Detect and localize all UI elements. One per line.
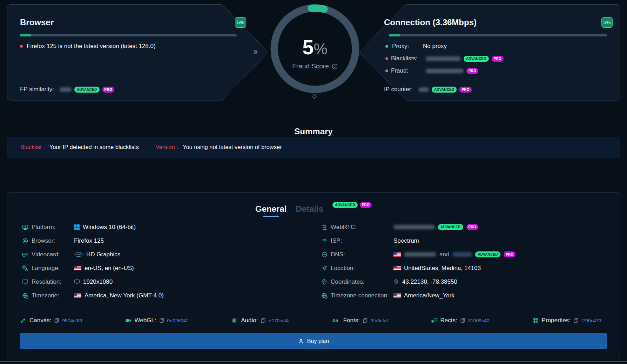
svg-text:?: ? bbox=[334, 64, 336, 68]
tab-details[interactable]: Details bbox=[296, 204, 323, 214]
copy-icon[interactable] bbox=[54, 318, 59, 323]
connection-progress-bar bbox=[389, 34, 607, 36]
pro-badge: PRO bbox=[360, 202, 372, 208]
pro-badge: PRO bbox=[504, 251, 515, 257]
pro-badge: PRO bbox=[492, 56, 504, 62]
advanced-badge: ADVANCED bbox=[475, 251, 500, 257]
webrtc-icon bbox=[321, 224, 328, 230]
copy-icon[interactable] bbox=[160, 318, 164, 323]
language-label: Language: bbox=[32, 265, 74, 272]
fraud-row: Fraud: PRO bbox=[385, 67, 481, 75]
timezone-icon bbox=[22, 292, 28, 299]
gauge-label-row: Fraud Score ? bbox=[270, 62, 360, 70]
svg-text:Aa: Aa bbox=[332, 318, 338, 323]
page-bottom-divider bbox=[0, 361, 627, 362]
proxy-row: Proxy: No proxy bbox=[385, 42, 447, 50]
location-label: Location: bbox=[331, 265, 393, 272]
map-pin-icon bbox=[393, 279, 399, 285]
webgl-hash-item: WebGL: 0e026242 bbox=[125, 317, 189, 324]
redacted-dns-more-link bbox=[452, 252, 472, 257]
gauge-score-percent: % bbox=[314, 40, 328, 58]
coordinates-value: 43.22130, -78.38550 bbox=[402, 278, 457, 285]
gauge-score-number: 5 bbox=[302, 36, 314, 59]
browser-score-badge: 5% bbox=[235, 17, 246, 28]
location-row: Location: UnitedStates, Medina, 14103 bbox=[321, 261, 515, 275]
fonts-hash-value[interactable]: 3fa0cfaf bbox=[371, 318, 388, 323]
webgl-camera-icon bbox=[125, 317, 132, 324]
fonts-hash-item: Aa Fonts: 3fa0cfaf bbox=[332, 317, 388, 324]
alert-blacklist-label: Blacklist : bbox=[20, 144, 45, 150]
platform-row: Platform: Windows 10 (64-bit) bbox=[22, 220, 164, 234]
copy-icon[interactable] bbox=[363, 318, 368, 323]
tab-general[interactable]: General bbox=[255, 204, 286, 217]
resolution-icon bbox=[22, 279, 28, 285]
rects-hash-value[interactable]: 31009c40 bbox=[468, 318, 490, 323]
fraud-check-page: Browser 5% Firefox 125 is not the latest… bbox=[0, 0, 627, 364]
tab-badges: ADVANCED PRO bbox=[332, 202, 372, 208]
redacted-fp-similarity-value bbox=[60, 87, 72, 92]
question-icon[interactable]: ? bbox=[332, 63, 338, 69]
dns-icon: DNS bbox=[321, 251, 328, 258]
alert-version-label: Version : bbox=[156, 144, 178, 150]
connection-progress-fill bbox=[389, 34, 400, 36]
language-value: en-US, en (en-US) bbox=[85, 265, 134, 272]
browser-panel: Browser 5% Firefox 125 is not the latest… bbox=[7, 4, 268, 100]
us-flag-icon bbox=[74, 266, 81, 270]
platform-value: Windows 10 (64-bit) bbox=[83, 224, 136, 231]
timezone-connection-row: Timezone connection: America/New_York bbox=[321, 289, 515, 302]
videocard-value: HD Graphics bbox=[86, 251, 120, 258]
ip-counter-row: IP counter: ADVANCED PRO bbox=[384, 86, 474, 93]
coordinates-row: Coordinates: 43.22130, -78.38550 bbox=[321, 275, 515, 289]
canvas-pencil-icon bbox=[20, 317, 26, 324]
tab-general-label: General bbox=[255, 204, 286, 214]
advanced-badge: ADVANCED bbox=[464, 56, 489, 62]
browser-row: Browser: Firefox 125 bbox=[22, 234, 164, 248]
details-card: General Details ADVANCED PRO Platform: W… bbox=[7, 193, 620, 359]
audio-hash-label: Audio: bbox=[241, 317, 258, 324]
timezone-connection-icon bbox=[321, 292, 328, 299]
advanced-badge: ADVANCED bbox=[332, 202, 358, 208]
language-row: Language: en-US, en (en-US) bbox=[22, 261, 164, 275]
fonts-hash-label: Fonts: bbox=[343, 317, 360, 324]
language-icon bbox=[22, 265, 28, 271]
browser-label: Browser: bbox=[32, 237, 74, 244]
properties-hash-item: Properties: f790c473 bbox=[532, 317, 601, 324]
ok-bullet-icon bbox=[385, 45, 388, 48]
timezone-label: Timezone: bbox=[32, 292, 74, 299]
properties-grid-icon bbox=[532, 317, 539, 324]
location-icon bbox=[321, 265, 328, 271]
buy-plan-label: Buy plan bbox=[307, 338, 329, 344]
monitor-icon bbox=[74, 279, 80, 285]
advanced-badge: ADVANCED bbox=[74, 87, 100, 93]
browser-icon bbox=[22, 238, 28, 244]
error-bullet-icon bbox=[385, 57, 388, 60]
webrtc-row: WebRTC: ADVANCED PRO bbox=[321, 220, 515, 234]
proxy-label: Proxy: bbox=[392, 43, 423, 50]
webgl-hash-value[interactable]: 0e026242 bbox=[167, 318, 189, 323]
copy-icon[interactable] bbox=[574, 318, 578, 323]
videocard-icon bbox=[22, 251, 28, 258]
buy-plan-button[interactable]: Buy plan bbox=[20, 333, 607, 349]
canvas-hash-value[interactable]: 9574c0f3 bbox=[62, 318, 82, 323]
canvas-hash-item: Canvas: 9574c0f3 bbox=[20, 317, 82, 324]
browser-progress-fill bbox=[20, 34, 31, 36]
fingerprint-hashes-row: Canvas: 9574c0f3 WebGL: 0e026242 Audio: … bbox=[20, 314, 601, 327]
svg-text:intel: intel bbox=[76, 253, 81, 256]
properties-hash-value[interactable]: f790c473 bbox=[581, 318, 601, 323]
audio-hash-item: Audio: e170caf4 bbox=[231, 317, 289, 324]
double-chevron-down-icon bbox=[311, 93, 318, 100]
connection-score-badge: 5% bbox=[601, 17, 613, 28]
fraud-score-gauge: 5% Fraud Score ? bbox=[270, 4, 360, 94]
connection-panel: Connection (3.36Mbps) 5% Proxy: No proxy… bbox=[359, 4, 620, 100]
redacted-fraud-value bbox=[426, 69, 464, 73]
chevron-right-icon: ›› bbox=[253, 46, 256, 57]
copy-icon[interactable] bbox=[261, 318, 265, 323]
pro-badge: PRO bbox=[466, 224, 478, 230]
audio-hash-value[interactable]: e170caf4 bbox=[269, 318, 289, 323]
videocard-row: Videocard: intel HD Graphics bbox=[22, 248, 164, 261]
redacted-blacklists-value bbox=[426, 56, 461, 61]
copy-icon[interactable] bbox=[460, 318, 465, 323]
pro-badge: PRO bbox=[459, 87, 471, 93]
resolution-label: Resolution: bbox=[32, 278, 74, 285]
svg-text:DNS: DNS bbox=[323, 254, 326, 255]
